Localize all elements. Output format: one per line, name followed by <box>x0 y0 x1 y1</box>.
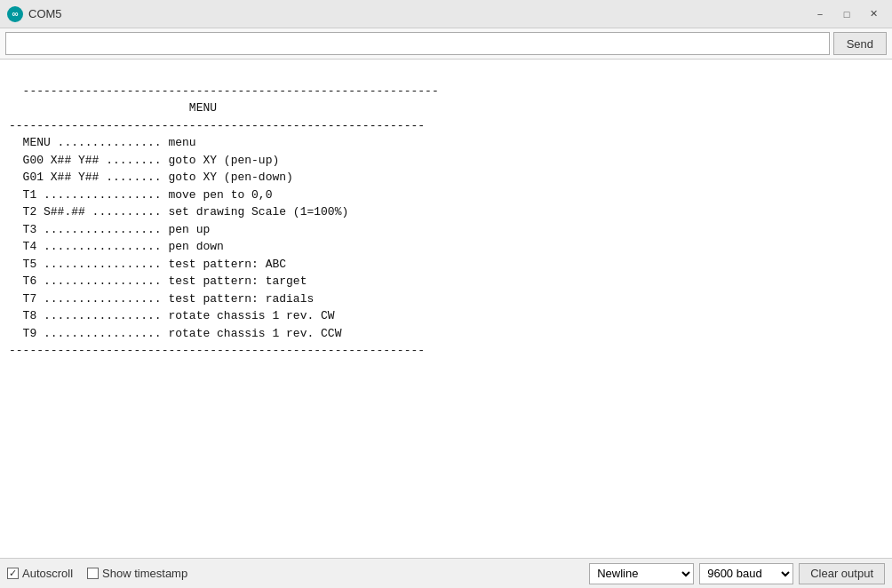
window-controls: − □ ✕ <box>808 5 885 23</box>
input-bar: Send <box>0 28 892 60</box>
status-bar: Autoscroll Show timestamp No line ending… <box>0 558 892 588</box>
arduino-logo-symbol: ∞ <box>12 9 18 19</box>
timestamp-checkbox[interactable] <box>87 568 99 579</box>
autoscroll-label[interactable]: Autoscroll <box>7 567 73 580</box>
output-content: ----------------------------------------… <box>9 84 439 358</box>
title-left: ∞ COM5 <box>7 6 62 22</box>
title-bar: ∞ COM5 − □ ✕ <box>0 0 892 28</box>
autoscroll-checkbox[interactable] <box>7 568 19 579</box>
title-text: COM5 <box>28 7 62 20</box>
newline-select[interactable]: No line ending Newline Carriage return B… <box>589 563 694 584</box>
timestamp-text: Show timestamp <box>102 567 187 580</box>
close-button[interactable]: ✕ <box>862 5 885 23</box>
status-right: No line ending Newline Carriage return B… <box>589 563 885 584</box>
send-button[interactable]: Send <box>833 32 887 55</box>
arduino-logo: ∞ <box>7 6 23 22</box>
output-area: ----------------------------------------… <box>0 60 892 558</box>
clear-output-button[interactable]: Clear output <box>799 563 885 584</box>
autoscroll-text: Autoscroll <box>22 567 73 580</box>
baud-select[interactable]: 300 baud 1200 baud 2400 baud 4800 baud 9… <box>699 563 793 584</box>
status-left: Autoscroll Show timestamp <box>7 567 187 580</box>
timestamp-label[interactable]: Show timestamp <box>87 567 187 580</box>
maximize-button[interactable]: □ <box>835 5 858 23</box>
serial-input[interactable] <box>5 32 830 55</box>
minimize-button[interactable]: − <box>808 5 832 23</box>
